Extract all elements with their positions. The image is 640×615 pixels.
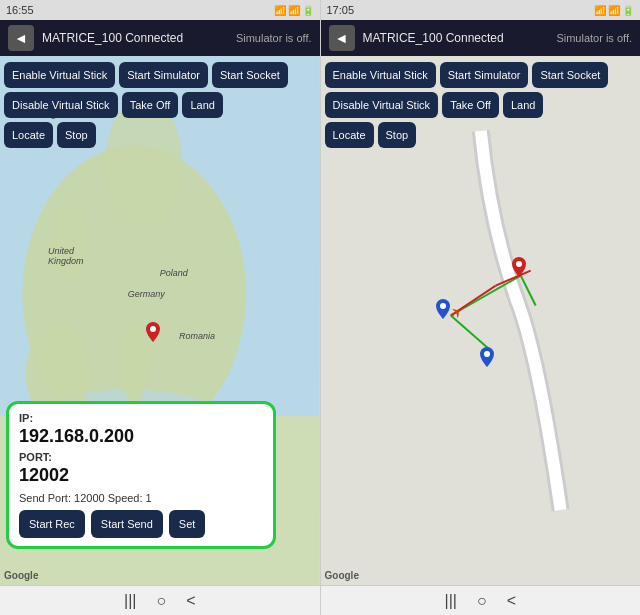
map-label-poland: Poland [160, 268, 188, 278]
right-nav-menu[interactable]: ||| [445, 592, 457, 610]
status-bar-right: 17:05 📶 📶 🔋 [320, 0, 641, 20]
svg-point-8 [150, 326, 156, 332]
takeoff-left-button[interactable]: Take Off [122, 92, 179, 118]
port-label: PORT: [19, 451, 263, 463]
left-nav: ||| ○ < [0, 586, 321, 615]
right-nav-home[interactable]: ○ [477, 592, 487, 610]
left-map-marker [146, 322, 160, 342]
map-label-uk: UnitedKingdom [48, 246, 84, 266]
svg-point-6 [121, 321, 147, 406]
start-rec-button[interactable]: Start Rec [19, 510, 85, 538]
ip-label: IP: [19, 412, 263, 424]
left-panel: ◄ MATRICE_100 Connected Simulator is off… [0, 20, 321, 585]
start-socket-left-button[interactable]: Start Socket [212, 62, 288, 88]
right-nav-back[interactable]: < [507, 592, 516, 610]
start-send-button[interactable]: Start Send [91, 510, 163, 538]
left-controls-row2: Disable Virtual Stick Take Off Land [4, 92, 316, 118]
stop-left-button[interactable]: Stop [57, 122, 96, 148]
overlay-buttons: Start Rec Start Send Set [19, 510, 263, 538]
ip-overlay: IP: 192.168.0.200 PORT: 12002 Send Port:… [6, 401, 276, 549]
enable-vs-right-button[interactable]: Enable Virtual Stick [325, 62, 436, 88]
left-battery-icon: 🔋 [302, 5, 314, 16]
set-button[interactable]: Set [169, 510, 206, 538]
enable-vs-left-button[interactable]: Enable Virtual Stick [4, 62, 115, 88]
nav-bar: ||| ○ < ||| ○ < [0, 585, 640, 615]
right-google-label: Google [325, 570, 359, 581]
right-nav: ||| ○ < [321, 586, 641, 615]
left-controls: Enable Virtual Stick Start Simulator Sta… [0, 56, 320, 154]
right-panel-title: MATRICE_100 Connected [363, 31, 504, 45]
right-battery-icon: 🔋 [622, 5, 634, 16]
ip-value: 192.168.0.200 [19, 426, 263, 447]
map-label-romania: Romania [179, 331, 215, 341]
right-controls-row2: Disable Virtual Stick Take Off Land [325, 92, 637, 118]
left-status-icons: 📶 📶 🔋 [274, 5, 314, 16]
status-bar-left: 16:55 📶 📶 🔋 [0, 0, 320, 20]
start-sim-left-button[interactable]: Start Simulator [119, 62, 208, 88]
left-panel-title: MATRICE_100 Connected [42, 31, 183, 45]
right-time: 17:05 [327, 4, 355, 16]
left-nav-home[interactable]: ○ [156, 592, 166, 610]
map-label-germany: Germany [128, 289, 165, 299]
left-back-button[interactable]: ◄ [8, 25, 34, 51]
locate-right-button[interactable]: Locate [325, 122, 374, 148]
svg-point-16 [484, 351, 490, 357]
drone-marker-blue1 [436, 299, 450, 323]
drone-marker-blue2 [480, 347, 494, 371]
left-time: 16:55 [6, 4, 34, 16]
locate-left-button[interactable]: Locate [4, 122, 53, 148]
right-wifi-icon: 📶 [608, 5, 620, 16]
right-signal-icon: 📶 [594, 5, 606, 16]
status-bar: 16:55 📶 📶 🔋 17:05 📶 📶 🔋 [0, 0, 640, 20]
left-controls-row1: Enable Virtual Stick Start Simulator Sta… [4, 62, 316, 88]
svg-point-17 [516, 261, 522, 267]
right-controls: Enable Virtual Stick Start Simulator Sta… [321, 56, 641, 154]
right-simulator-status: Simulator is off. [556, 32, 632, 44]
right-controls-row3: Locate Stop [325, 122, 637, 148]
start-socket-right-button[interactable]: Start Socket [532, 62, 608, 88]
left-wifi-icon: 📶 [288, 5, 300, 16]
left-simulator-status: Simulator is off. [236, 32, 312, 44]
drone-marker-red [512, 257, 526, 281]
left-nav-back[interactable]: < [186, 592, 195, 610]
right-back-button[interactable]: ◄ [329, 25, 355, 51]
port-value: 12002 [19, 465, 263, 486]
disable-vs-left-button[interactable]: Disable Virtual Stick [4, 92, 118, 118]
start-sim-right-button[interactable]: Start Simulator [440, 62, 529, 88]
left-google-label: Google [4, 570, 38, 581]
send-info: Send Port: 12000 Speed: 1 [19, 492, 263, 504]
svg-point-15 [440, 303, 446, 309]
right-panel: ◄ MATRICE_100 Connected Simulator is off… [321, 20, 641, 585]
takeoff-right-button[interactable]: Take Off [442, 92, 499, 118]
right-status-icons: 📶 📶 🔋 [594, 5, 634, 16]
svg-point-3 [51, 204, 89, 278]
right-top-bar: ◄ MATRICE_100 Connected Simulator is off… [321, 20, 641, 56]
left-top-bar: ◄ MATRICE_100 Connected Simulator is off… [0, 20, 320, 56]
land-right-button[interactable]: Land [503, 92, 543, 118]
right-controls-row1: Enable Virtual Stick Start Simulator Sta… [325, 62, 637, 88]
left-controls-row3: Locate Stop [4, 122, 316, 148]
disable-vs-right-button[interactable]: Disable Virtual Stick [325, 92, 439, 118]
left-nav-menu[interactable]: ||| [124, 592, 136, 610]
left-signal-icon: 📶 [274, 5, 286, 16]
stop-right-button[interactable]: Stop [378, 122, 417, 148]
land-left-button[interactable]: Land [182, 92, 222, 118]
